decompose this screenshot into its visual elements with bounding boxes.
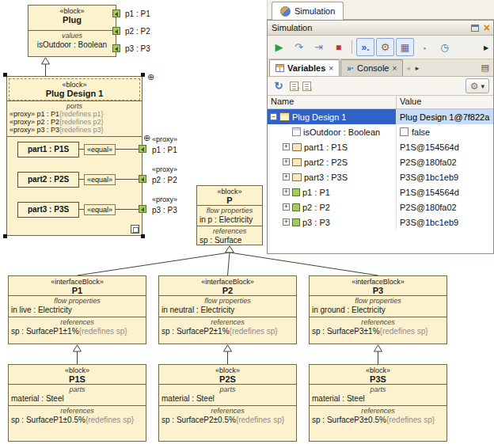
simulation-titlebar[interactable]: Simulation × [268,21,493,36]
column-header-value[interactable]: Value [397,96,493,108]
p3-name: P3 [310,286,446,295]
step-into-button[interactable] [290,38,308,56]
tab-scroll-left-icon[interactable]: ◂ [404,64,412,72]
block-p[interactable]: «block» P flow properties in p : Electri… [196,185,263,245]
play-button[interactable] [270,38,288,56]
p3s-name: P3S [310,374,446,384]
port-label: p1 : P1 [125,9,150,18]
dock-tab-simulation[interactable]: Simulation [272,2,344,20]
watch-views-button[interactable] [396,38,414,56]
proxy-port-icon[interactable] [139,175,146,183]
block-p1[interactable]: «interfaceBlock» P1 flow properties in l… [8,275,146,344]
parts-compartment-label: parts [9,385,146,393]
name-cell[interactable]: part2 : P2S [268,154,397,169]
expand-icon[interactable] [283,188,290,196]
part-box-part1[interactable]: part1 : P1S [17,142,79,158]
tab-console[interactable]: Console × [340,59,403,76]
block-p3[interactable]: «interfaceBlock» P3 flow properties in g… [309,275,447,344]
value-cell[interactable]: P3S@1bc1eb9 [397,215,493,230]
import-variables-icon[interactable] [302,82,311,91]
step-over-button[interactable] [310,38,328,56]
table-row[interactable]: p3 : P3 P3S@1bc1eb9 [268,215,493,230]
name-cell[interactable]: part3 : P3S [268,169,397,184]
breakpoint-icon [424,43,427,51]
simulation-window: Simulation × [267,20,494,254]
name-cell[interactable]: part1 : P1S [268,139,397,154]
proxy-port-icon[interactable] [112,27,120,35]
animation-toggle-button[interactable] [356,38,374,56]
column-header-name[interactable]: Name [268,96,397,108]
selection-handle[interactable] [141,73,145,77]
value-cell[interactable]: P2S@180fa02 [397,199,493,215]
toolbar-overflow-button[interactable] [481,38,491,56]
port-label: p3 : P3 [152,206,177,215]
row-value: P3S@1bc1eb9 [400,218,458,227]
compartment-manipulator-icon[interactable] [131,225,139,233]
gear-icon [470,82,479,91]
selection-handle[interactable] [3,73,7,77]
name-cell[interactable]: p1 : P1 [268,184,397,199]
selection-handle[interactable] [141,234,145,238]
table-row[interactable]: p2 : P2 P2S@180fa02 [268,199,493,215]
name-cell[interactable]: p3 : P3 [268,215,397,230]
block-p3s[interactable]: «block» P3S parts material : Steel refer… [309,364,447,442]
close-icon[interactable]: × [484,23,490,32]
name-cell[interactable]: Plug Design 1 [268,109,397,124]
table-row[interactable]: part2 : P2S P2S@180fa02 [268,154,493,169]
expand-icon[interactable] [283,173,290,180]
tab-variables[interactable]: Variables × [269,59,340,76]
block-p1s[interactable]: «block» P1S parts material : Steel refer… [8,364,146,442]
value-property-icon [292,127,301,136]
close-tab-icon[interactable]: × [392,64,397,73]
name-cell[interactable]: isOutdoor : Boolean [268,124,397,139]
collapse-icon[interactable] [270,113,277,120]
simulation-options-button[interactable] [376,38,394,56]
table-row[interactable]: Plug Design 1 Plug Design 1@7f822a [268,109,493,124]
value-cell[interactable]: P3S@1bc1eb9 [397,169,493,184]
expand-smart-manipulator-icon[interactable]: ⊕ [147,73,154,82]
stop-button[interactable] [329,38,348,56]
tab-list-icon[interactable] [479,63,492,73]
block-p2[interactable]: «interfaceBlock» P2 flow properties in n… [158,275,297,344]
value-cell[interactable]: P1S@154564d [397,139,493,154]
proxy-port-icon[interactable] [139,145,146,153]
block-plug[interactable]: «block» Plug values isOutdoor : Boolean [28,5,116,57]
breakpoint-button[interactable] [416,38,434,56]
checkbox[interactable] [400,127,408,136]
references-compartment-label: references [310,317,446,326]
expand-icon[interactable] [283,143,290,150]
port-label: p1 : P1 [152,146,177,154]
float-window-icon[interactable] [471,25,479,32]
proxy-port-icon[interactable] [112,9,120,17]
part-box-part2[interactable]: part2 : P2S [17,172,79,188]
values-compartment-label: values [28,31,116,40]
table-row[interactable]: part1 : P1S P1S@154564d [268,139,493,154]
selection-handle[interactable] [3,234,7,238]
close-tab-icon[interactable]: × [329,64,333,73]
p2-flow-property: in neutral : Electricity [159,305,296,314]
expand-icon[interactable] [283,218,290,226]
p1-reference: sp : SurfaceP1±1%{redefines sp} [9,326,146,336]
add-port-icon[interactable]: ⊕ [143,134,150,142]
export-variables-icon[interactable] [290,82,298,91]
port-label: p3 : P3 [125,44,150,53]
expand-icon[interactable] [283,203,290,211]
value-cell[interactable]: false [397,124,493,139]
clock-button[interactable] [435,38,454,56]
table-row[interactable]: p1 : P1 P1S@154564d [268,184,493,199]
tab-scroll-right-icon[interactable]: ▸ [413,64,422,72]
value-cell[interactable]: P1S@154564d [397,184,493,199]
proxy-port-icon[interactable] [139,205,146,213]
block-p2s[interactable]: «block» P2S parts material : Steel refer… [158,364,297,442]
part-box-part3[interactable]: part3 : P3S [17,202,79,218]
expand-icon[interactable] [283,158,290,165]
name-cell[interactable]: p2 : P2 [268,199,397,215]
table-options-button[interactable] [466,78,489,93]
table-row[interactable]: part3 : P3S P3S@1bc1eb9 [268,169,493,184]
value-cell[interactable]: P2S@180fa02 [397,154,493,169]
value-cell[interactable]: Plug Design 1@7f822a [397,109,493,124]
refresh-button[interactable] [272,79,286,93]
table-row[interactable]: isOutdoor : Boolean false [268,124,493,139]
p1s-reference: sp : SurfaceP1±0.5%{redefines sp} [9,415,146,424]
proxy-port-icon[interactable] [112,44,120,52]
